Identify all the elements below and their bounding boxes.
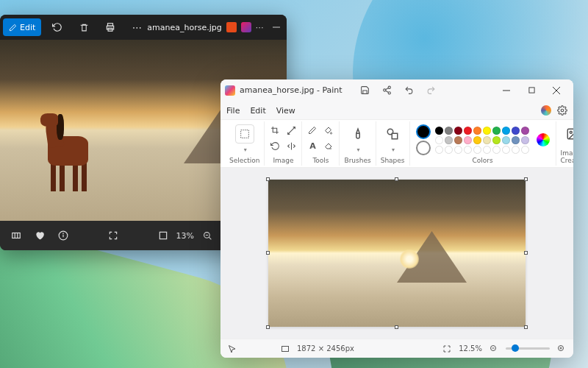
- flip-button[interactable]: [285, 140, 297, 152]
- svg-point-12: [63, 233, 64, 234]
- paint-menubar: File Edit View: [220, 102, 573, 119]
- menu-view[interactable]: View: [276, 106, 295, 116]
- color-swatch[interactable]: [521, 136, 529, 144]
- crop-button[interactable]: [269, 124, 281, 136]
- color-swatch[interactable]: [512, 127, 520, 135]
- rotate-button[interactable]: [269, 140, 281, 152]
- color-swatch[interactable]: [502, 146, 510, 154]
- zoom-out-button[interactable]: [197, 225, 218, 246]
- paint-workspace[interactable]: [220, 168, 573, 339]
- info-button[interactable]: [53, 225, 74, 246]
- fit-screen-button[interactable]: [103, 225, 123, 246]
- more-apps-icon[interactable]: ⋯: [256, 23, 264, 32]
- actual-size-button[interactable]: [153, 225, 173, 246]
- fill-tool[interactable]: [323, 124, 334, 136]
- color-swatch[interactable]: [521, 146, 529, 154]
- filmstrip-button[interactable]: [6, 225, 26, 246]
- color-swatch[interactable]: [464, 127, 472, 135]
- color-swatch[interactable]: [512, 146, 520, 154]
- paint-canvas[interactable]: [268, 180, 526, 327]
- fit-to-window-button[interactable]: [442, 344, 451, 353]
- color-swatch[interactable]: [464, 146, 472, 154]
- resize-handle[interactable]: [524, 177, 528, 181]
- color-swatch[interactable]: [502, 136, 510, 144]
- color-swatch[interactable]: [521, 127, 529, 135]
- color-swatch[interactable]: [492, 146, 501, 154]
- color-swatch[interactable]: [473, 136, 481, 144]
- designer-icon[interactable]: [241, 22, 251, 32]
- resize-handle[interactable]: [266, 177, 270, 181]
- svg-line-15: [209, 237, 211, 239]
- resize-button[interactable]: [285, 124, 297, 136]
- more-button[interactable]: ⋯: [126, 17, 147, 38]
- chevron-down-icon[interactable]: ▾: [357, 146, 360, 153]
- image-creator-button[interactable]: [563, 124, 573, 144]
- zoom-in-button[interactable]: [557, 344, 566, 353]
- shapes-button[interactable]: [383, 124, 402, 144]
- favorite-button[interactable]: [29, 225, 50, 246]
- redo-button[interactable]: [423, 82, 440, 99]
- pencil-tool[interactable]: [306, 124, 318, 136]
- color-swatch[interactable]: [435, 136, 443, 144]
- resize-handle[interactable]: [395, 177, 398, 181]
- settings-icon[interactable]: [557, 105, 567, 116]
- color-swatch[interactable]: [435, 146, 443, 154]
- color-swatch[interactable]: [454, 146, 462, 154]
- minimize-button[interactable]: [494, 80, 519, 101]
- color-swatch[interactable]: [445, 146, 453, 154]
- undo-button[interactable]: [401, 82, 417, 99]
- color-swatch[interactable]: [502, 127, 510, 135]
- menu-file[interactable]: File: [226, 106, 240, 116]
- color-swatch[interactable]: [483, 146, 491, 154]
- save-button[interactable]: [357, 82, 373, 99]
- copilot-icon[interactable]: [541, 105, 551, 116]
- ribbon-image-creator-group: Image Creator: [556, 121, 573, 166]
- color-swatch[interactable]: [483, 127, 491, 135]
- color-swatch[interactable]: [445, 136, 453, 144]
- minimize-button[interactable]: [264, 15, 287, 40]
- edit-button[interactable]: Edit: [3, 18, 41, 36]
- color-swatch[interactable]: [454, 136, 462, 144]
- chevron-down-icon[interactable]: ▾: [392, 146, 395, 153]
- edit-colors-button[interactable]: [537, 133, 550, 146]
- color-2[interactable]: [416, 141, 431, 155]
- resize-handle[interactable]: [266, 251, 270, 255]
- text-tool[interactable]: A: [306, 140, 318, 152]
- brushes-button[interactable]: [348, 124, 368, 144]
- resize-handle[interactable]: [524, 251, 528, 255]
- resize-handle[interactable]: [395, 325, 398, 329]
- delete-button[interactable]: [74, 17, 94, 38]
- paint-statusbar: 1872 × 2456px 12.5%: [220, 339, 573, 358]
- color-swatch[interactable]: [492, 127, 501, 135]
- selection-tool[interactable]: [235, 124, 254, 144]
- print-button[interactable]: [100, 17, 121, 38]
- svg-point-22: [384, 89, 386, 91]
- color-swatch[interactable]: [473, 146, 481, 154]
- eraser-tool[interactable]: [323, 140, 334, 152]
- color-swatch[interactable]: [483, 136, 491, 144]
- color-swatch[interactable]: [435, 127, 443, 135]
- chevron-down-icon[interactable]: ▾: [244, 146, 247, 153]
- color-swatch[interactable]: [445, 127, 453, 135]
- svg-rect-33: [392, 133, 398, 139]
- color-1[interactable]: [416, 124, 431, 139]
- zoom-slider[interactable]: [506, 347, 550, 350]
- photos-titlebar[interactable]: Edit ⋯ amanea_horse.jpg ⋯: [0, 15, 287, 40]
- maximize-button[interactable]: [519, 80, 544, 101]
- color-swatch[interactable]: [512, 136, 520, 144]
- close-button[interactable]: [544, 80, 569, 101]
- resize-handle[interactable]: [266, 325, 270, 329]
- color-swatch[interactable]: [464, 136, 472, 144]
- color-swatch[interactable]: [473, 127, 481, 135]
- paint-titlebar[interactable]: amanea_horse.jpg - Paint: [220, 79, 573, 102]
- color-swatch[interactable]: [454, 127, 462, 135]
- rotate-button[interactable]: [47, 17, 68, 38]
- share-button[interactable]: [379, 82, 395, 99]
- svg-point-21: [388, 86, 390, 88]
- menu-edit[interactable]: Edit: [250, 106, 265, 116]
- zoom-out-button[interactable]: [490, 344, 498, 353]
- svg-rect-7: [12, 233, 21, 238]
- app-indicator-icon[interactable]: [226, 22, 237, 32]
- color-swatch[interactable]: [492, 136, 501, 144]
- resize-handle[interactable]: [524, 325, 528, 329]
